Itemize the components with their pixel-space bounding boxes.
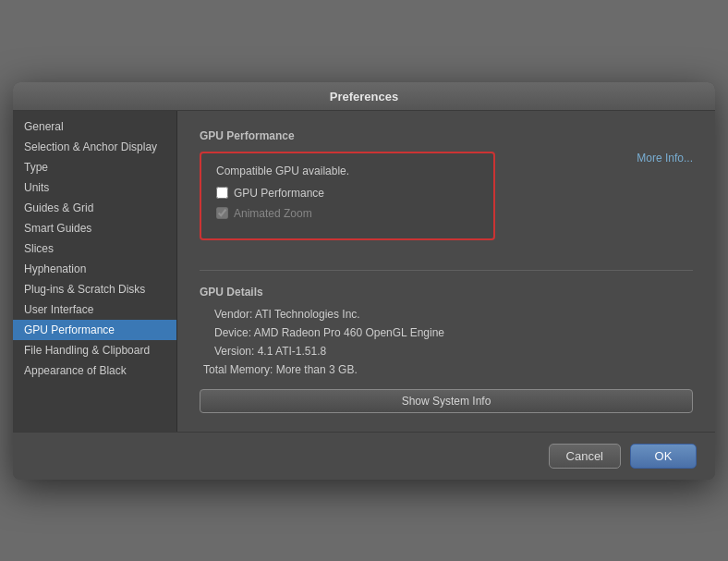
sidebar-item-slices[interactable]: Slices	[13, 238, 176, 259]
main-panel: GPU Performance Compatible GPU available…	[177, 111, 715, 432]
gpu-performance-section-title: GPU Performance	[200, 129, 693, 142]
sidebar-item-general[interactable]: General	[13, 116, 176, 137]
sidebar-item-gpu-performance[interactable]: GPU Performance	[13, 320, 176, 340]
more-info-link[interactable]: More Info...	[637, 152, 693, 165]
animated-zoom-checkbox	[216, 207, 228, 219]
compatible-text: Compatible GPU available.	[216, 165, 479, 177]
sidebar: General Selection & Anchor Display Type …	[13, 111, 177, 432]
device-row: Device: AMD Radeon Pro 460 OpenGL Engine	[200, 326, 693, 339]
gpu-performance-checkbox[interactable]	[216, 187, 228, 199]
sidebar-item-type[interactable]: Type	[13, 157, 176, 177]
dialog-title: Preferences	[330, 90, 398, 104]
gpu-performance-left: Compatible GPU available. GPU Performanc…	[200, 152, 637, 248]
sidebar-item-units[interactable]: Units	[13, 177, 176, 198]
dialog-footer: Cancel OK	[13, 432, 715, 480]
content-area: General Selection & Anchor Display Type …	[13, 111, 715, 432]
title-bar: Preferences	[13, 82, 715, 111]
sidebar-item-appearance-of-black[interactable]: Appearance of Black	[13, 360, 176, 381]
gpu-performance-checkbox-row: GPU Performance	[216, 187, 479, 200]
sidebar-item-selection-anchor-display[interactable]: Selection & Anchor Display	[13, 137, 176, 157]
preferences-dialog: Preferences General Selection & Anchor D…	[13, 82, 715, 480]
sidebar-item-smart-guides[interactable]: Smart Guides	[13, 218, 176, 238]
cancel-button[interactable]: Cancel	[549, 444, 621, 469]
sidebar-item-hyphenation[interactable]: Hyphenation	[13, 259, 176, 279]
section-divider	[200, 270, 693, 271]
sidebar-item-file-handling-clipboard[interactable]: File Handling & Clipboard	[13, 340, 176, 360]
gpu-performance-checkbox-label: GPU Performance	[234, 187, 324, 200]
sidebar-item-guides-grid[interactable]: Guides & Grid	[13, 198, 176, 218]
gpu-details-section: GPU Details Vendor: ATI Technologies Inc…	[200, 286, 693, 363]
gpu-performance-top-row: Compatible GPU available. GPU Performanc…	[200, 152, 693, 248]
sidebar-item-user-interface[interactable]: User Interface	[13, 299, 176, 320]
gpu-performance-box: Compatible GPU available. GPU Performanc…	[200, 152, 495, 240]
sidebar-item-plug-ins-scratch-disks[interactable]: Plug-ins & Scratch Disks	[13, 279, 176, 299]
vendor-row: Vendor: ATI Technologies Inc.	[200, 308, 693, 321]
gpu-details-title: GPU Details	[200, 286, 693, 299]
animated-zoom-checkbox-row: Animated Zoom	[216, 207, 479, 220]
version-row: Version: 4.1 ATI-1.51.8	[200, 345, 693, 358]
show-system-info-button[interactable]: Show System Info	[200, 389, 693, 413]
ok-button[interactable]: OK	[630, 444, 697, 469]
animated-zoom-label: Animated Zoom	[234, 207, 312, 220]
total-memory-row: Total Memory: More than 3 GB.	[200, 363, 693, 376]
